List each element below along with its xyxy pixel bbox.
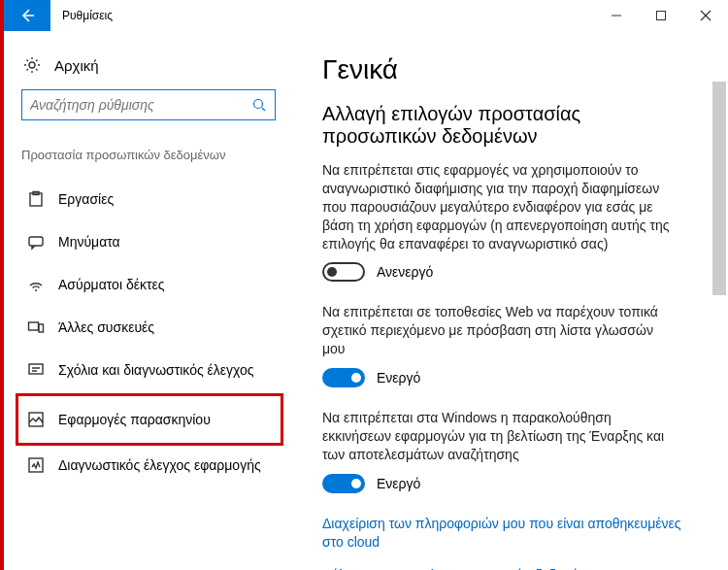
option-2-text: Να επιτρέπεται σε τοποθεσίες Web να παρέ… (322, 303, 672, 358)
sidebar-item-other-devices[interactable]: Άλλες συσκευές (21, 308, 278, 347)
search-box[interactable] (21, 89, 276, 120)
window-title: Ρυθμίσεις (50, 0, 594, 31)
option-2-state: Ενεργό (377, 370, 420, 386)
home-label: Αρχική (54, 57, 99, 74)
close-icon (700, 10, 711, 21)
sidebar-item-messages[interactable]: Μηνύματα (21, 222, 278, 261)
sidebar-item-label: Εφαρμογές παρασκηνίου (58, 412, 211, 427)
option-2-toggle[interactable] (322, 368, 365, 387)
svg-line-6 (262, 108, 265, 111)
sidebar-item-app-diagnostics[interactable]: Διαγνωστικός έλεγχος εφαρμογής (21, 446, 278, 485)
minimize-button[interactable] (594, 0, 639, 31)
section-heading: Προστασία προσωπικών δεδομένων (21, 148, 278, 162)
devices-icon (27, 319, 45, 336)
svg-point-10 (35, 289, 37, 291)
content-area: Γενικά Αλλαγή επιλογών προστασίας προσωπ… (295, 31, 728, 570)
wireless-icon (27, 276, 45, 293)
sidebar-item-label: Σχόλια και διαγνωστικός έλεγχος (58, 362, 254, 378)
feedback-icon (27, 361, 45, 379)
back-button[interactable] (4, 0, 50, 31)
cloud-info-link[interactable]: Διαχείριση των πληροφοριών μου που είναι… (322, 515, 681, 553)
sidebar-item-label: Διαγνωστικός έλεγχος εφαρμογής (58, 457, 261, 473)
search-icon (251, 97, 267, 113)
sidebar-item-label: Ασύρματοι δέκτες (58, 277, 164, 292)
diagnostics-icon (27, 456, 45, 474)
arrow-left-icon (19, 8, 35, 23)
section-title: Αλλαγή επιλογών προστασίας προσωπικών δε… (322, 103, 672, 148)
message-icon (27, 233, 45, 251)
svg-rect-1 (657, 12, 666, 20)
close-button[interactable] (683, 0, 728, 31)
gear-icon (23, 56, 41, 74)
svg-rect-9 (29, 237, 43, 246)
minimize-icon (611, 10, 622, 21)
home-nav[interactable]: Αρχική (23, 56, 276, 74)
svg-point-5 (254, 100, 263, 109)
sidebar-item-label: Άλλες συσκευές (58, 319, 154, 335)
option-3-toggle[interactable] (322, 474, 365, 493)
sidebar-item-background-apps[interactable]: Εφαρμογές παρασκηνίου (21, 400, 278, 439)
titlebar: Ρυθμίσεις (4, 0, 728, 31)
privacy-statement-link[interactable]: Δήλωση προστασίας προσωπικών δεδομένων (322, 566, 681, 570)
search-input[interactable] (30, 97, 251, 113)
option-3-state: Ενεργό (377, 476, 420, 491)
clipboard-icon (27, 190, 45, 208)
maximize-button[interactable] (639, 0, 683, 31)
sidebar-item-tasks[interactable]: Εργασίες (21, 180, 278, 218)
sidebar-item-wireless[interactable]: Ασύρματοι δέκτες (21, 265, 278, 304)
svg-rect-12 (39, 324, 44, 332)
scrollbar[interactable] (712, 82, 726, 295)
option-3-text: Να επιτρέπεται στα Windows η παρακολούθη… (322, 409, 672, 464)
svg-rect-13 (29, 364, 43, 374)
sidebar-item-label: Εργασίες (58, 191, 114, 207)
svg-rect-15 (29, 458, 43, 472)
sidebar-item-label: Μηνύματα (58, 234, 120, 250)
background-apps-icon (27, 411, 45, 428)
sidebar: Αρχική Προστασία προσωπικών δεδομένων Ερ… (4, 31, 295, 570)
highlighted-nav: Εφαρμογές παρασκηνίου (16, 393, 283, 446)
svg-point-4 (29, 62, 35, 68)
option-1-text: Να επιτρέπεται στις εφαρμογές να χρησιμο… (322, 161, 672, 252)
option-1-toggle[interactable] (322, 262, 365, 282)
page-title: Γενικά (322, 54, 716, 85)
maximize-icon (655, 10, 667, 21)
svg-rect-11 (29, 322, 39, 330)
option-1-state: Ανενεργό (377, 264, 433, 280)
sidebar-item-feedback[interactable]: Σχόλια και διαγνωστικός έλεγχος (21, 351, 278, 389)
